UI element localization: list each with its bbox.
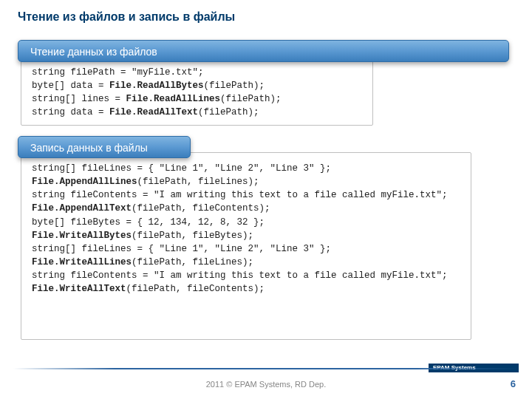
code-line: File.WriteAllLines(filePath, fileLines); [32,256,460,269]
code-line: byte[] fileBytes = { 12, 134, 12, 8, 32 … [32,216,460,229]
slide-title: Чтение из файлов и запись в файлы [0,0,532,24]
code-line: byte[] data = File.ReadAllBytes(filePath… [32,79,362,92]
code-line: string fileContents = "I am writing this… [32,188,460,202]
code-line: string fileContents = "I am writing this… [32,269,460,282]
header-read: Чтение данных из файлов [18,40,509,62]
code-line: string[] fileLines = { "Line 1", "Line 2… [32,242,460,256]
code-bold: File.ReadAllLines [126,94,221,104]
code-line: string filePath = "myFile.txt"; [32,66,362,79]
code-bold: File.WriteAllText [32,284,126,294]
code-line: string data = File.ReadAllText(filePath)… [32,106,362,119]
code-line: string[] lines = File.ReadAllLines(fileP… [32,92,362,106]
code-bold: File.AppendAllText [32,203,132,214]
header-write: Запись данных в файлы [18,136,191,158]
code-bold: File.AppendAllLines [32,177,137,187]
footer: EPAM Systems 2011 © EPAM Systems, RD Dep… [0,364,532,399]
code-bold: File.ReadAllText [109,107,198,117]
code-line: File.AppendAllText(filePath, fileContent… [32,202,460,215]
copyright: 2011 © EPAM Systems, RD Dep. [0,380,532,389]
code-block-read: string filePath = "myFile.txt";byte[] da… [21,57,372,127]
code-panel-write: string[] fileLines = { "Line 1", "Line 2… [21,152,471,340]
page-number: 6 [511,378,516,389]
code-line: string[] fileLines = { "Line 1", "Line 2… [32,162,460,175]
code-panel-read: string filePath = "myFile.txt";byte[] da… [21,56,373,126]
code-line: File.WriteAllBytes(filePath, fileBytes); [32,229,460,242]
code-line: File.AppendAllLines(filePath, fileLines)… [32,175,460,188]
code-block-write: string[] fileLines = { "Line 1", "Line 2… [21,153,471,303]
footer-rule [13,368,519,369]
code-bold: File.WriteAllBytes [32,231,132,241]
code-line: File.WriteAllText(filePath, fileContents… [32,282,460,296]
code-bold: File.ReadAllBytes [109,81,204,91]
code-bold: File.WriteAllLines [32,257,132,267]
